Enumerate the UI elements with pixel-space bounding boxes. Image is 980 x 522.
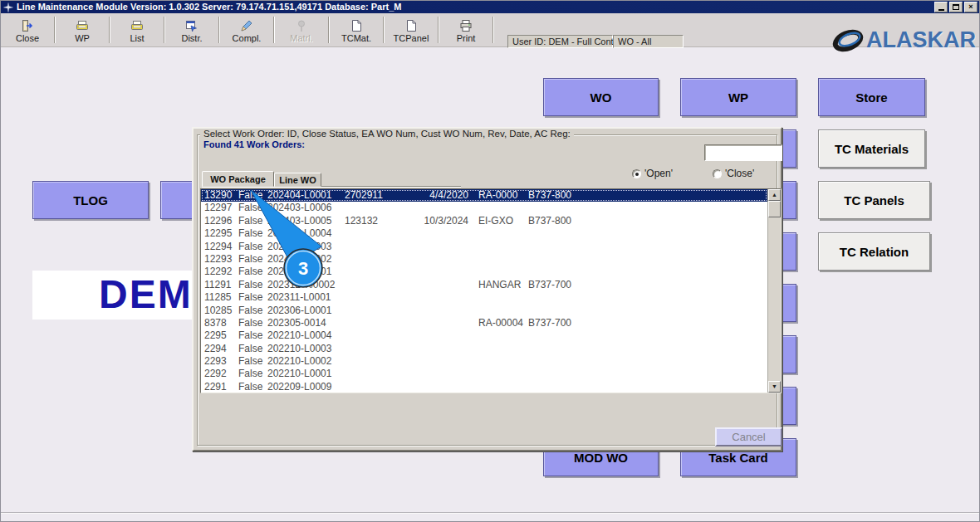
wo-cell-close_status: False xyxy=(238,227,262,240)
wo-cell-ea_wo_num: 202312-%0002 xyxy=(267,279,335,291)
radio-close[interactable]: 'Close' xyxy=(713,168,754,179)
wo-cell-id: 2294 xyxy=(204,343,227,355)
toolbar-button-tcpanel[interactable]: TCPanel xyxy=(385,13,438,46)
wo-cell-ac_type: B737-800 xyxy=(528,215,571,227)
wo-cell-id: 2293 xyxy=(204,355,227,368)
wo-row[interactable]: 2292False202210-L0001 xyxy=(201,368,767,380)
wo-row[interactable]: 12294False202403-L0003 xyxy=(201,241,767,253)
toolbar-button-print[interactable]: Print xyxy=(439,13,492,46)
wo-cell-ac_reg: RA-00004 xyxy=(478,317,523,329)
radio-close-label: 'Close' xyxy=(725,168,754,179)
tlog-button[interactable]: TLOG xyxy=(32,181,149,219)
wo-row[interactable]: 2293False202210-L0002 xyxy=(201,355,767,368)
wo-cell-id: 12297 xyxy=(204,202,232,214)
toolbar-buttons: CloseWPListDistr.Compl.Matrl.TCMat.TCPan… xyxy=(1,13,494,46)
toolbar-separator xyxy=(492,17,494,43)
toolbar: CloseWPListDistr.Compl.Matrl.TCMat.TCPan… xyxy=(1,13,979,47)
wo-row[interactable]: 12297False202403-L0006 xyxy=(201,202,767,214)
toolbar-button-label: TCPanel xyxy=(394,33,429,43)
tc-materials-button[interactable]: TC Materials xyxy=(818,129,925,168)
tab-line-wo[interactable]: Line WO xyxy=(274,173,321,187)
wo-cell-id: 12295 xyxy=(204,227,232,240)
window-controls: × xyxy=(934,2,978,12)
radio-open-dot xyxy=(632,169,641,178)
scroll-down-button[interactable]: ▼ xyxy=(768,381,781,393)
wo-cell-close_status: False xyxy=(238,215,262,227)
vertical-scrollbar[interactable]: ▲ ▼ xyxy=(767,189,781,393)
wo-cell-ea_wo_num: 202404-L0001 xyxy=(267,189,331,202)
wo-cell-close_status: False xyxy=(238,329,262,342)
wo-cell-ea_wo_num: 202403-L0003 xyxy=(267,241,331,253)
wo-cell-ea_wo_num: 202306-L0001 xyxy=(267,305,331,317)
store-button[interactable]: Store xyxy=(818,78,925,116)
wo-cell-ac_reg: HANGAR xyxy=(478,279,521,291)
wo-row[interactable]: 2294False202210-L0003 xyxy=(201,343,767,355)
main-area: WO WP Store TC Materials TLOG TC Panels … xyxy=(1,47,980,522)
toolbar-button-label: Distr. xyxy=(181,33,202,43)
wo-cell-id: 11285 xyxy=(204,291,231,304)
found-count-label: Found 41 Work Orders: xyxy=(203,139,305,149)
wo-cell-close_status: False xyxy=(238,291,262,304)
wp-button[interactable]: WP xyxy=(680,78,796,116)
printer-icon xyxy=(459,19,473,32)
wo-cell-id: 11291 xyxy=(204,279,231,291)
document-icon xyxy=(350,19,363,32)
radio-open[interactable]: 'Open' xyxy=(632,168,673,179)
wo-cell-id: 2291 xyxy=(204,381,227,393)
wo-cell-date: 4/4/2020 xyxy=(399,189,468,202)
tab-wo-package[interactable]: WO Package xyxy=(202,171,274,187)
close-window-button[interactable]: × xyxy=(964,2,978,12)
wo-cell-ea_wo_num: 202403-L0001 xyxy=(267,266,331,278)
wo-cell-ea_wo_num: 202210-L0002 xyxy=(267,355,331,368)
wo-row[interactable]: 12292False202403-L0001 xyxy=(201,266,767,278)
list-device-icon xyxy=(130,19,144,32)
wo-cell-ac_type: B737-700 xyxy=(528,317,571,329)
wo-cell-ea_wo_num: 202403-L0006 xyxy=(267,202,331,214)
wo-cell-id: 12296 xyxy=(204,215,232,227)
wo-row[interactable]: 11291False202312-%0002HANGARB737-700 xyxy=(201,279,767,291)
wo-row[interactable]: 10285False202306-L0001 xyxy=(201,305,767,317)
wo-cell-ea_wo_num: 202305-0014 xyxy=(267,317,326,329)
scroll-up-button[interactable]: ▲ xyxy=(768,189,781,201)
search-input[interactable] xyxy=(704,144,782,161)
wo-cell-ea_wo_num: 202210-L0003 xyxy=(267,343,331,355)
wo-row[interactable]: 2291False202209-L0009 xyxy=(201,381,767,393)
toolbar-button-compl[interactable]: Compl. xyxy=(220,13,273,46)
toolbar-button-tcmat[interactable]: TCMat. xyxy=(330,13,383,46)
bottom-divider xyxy=(1,512,980,514)
wo-row[interactable]: 12293False202403-L0002 xyxy=(201,253,767,266)
wo-cell-id: 2295 xyxy=(204,329,227,342)
restore-button[interactable] xyxy=(949,2,963,12)
wo-row[interactable]: 13290False202404-L000127029114/4/2020RA-… xyxy=(201,189,767,202)
tc-panels-button[interactable]: TC Panels xyxy=(818,181,930,219)
wo-cell-close_status: False xyxy=(238,355,262,368)
toolbar-button-label: Print xyxy=(457,33,476,43)
toolbar-button-distr[interactable]: Distr. xyxy=(165,13,218,46)
exit-door-icon xyxy=(21,19,34,32)
radio-open-label: 'Open' xyxy=(644,168,673,179)
wo-row[interactable]: 2295False202210-L0004 xyxy=(201,329,767,342)
wo-cell-ea_wo_num: 202210-L0001 xyxy=(267,368,331,380)
toolbar-button-wp[interactable]: WP xyxy=(56,13,109,46)
wo-cell-id: 12293 xyxy=(204,253,232,266)
app-window: Line Maintenance Module Version: 1.0.302… xyxy=(0,0,980,522)
select-work-order-dialog: Select Work Order: ID, Close Status, EA … xyxy=(192,127,782,451)
wo-button[interactable]: WO xyxy=(543,78,659,116)
toolbar-button-list[interactable]: List xyxy=(110,13,164,46)
scroll-thumb[interactable] xyxy=(768,201,781,217)
wo-row[interactable]: 8378False202305-0014RA-00004B737-700 xyxy=(201,317,767,329)
wo-cell-cust_wo_num: 123132 xyxy=(345,215,378,227)
tc-relation-button[interactable]: TC Relation xyxy=(818,232,930,271)
minimize-button[interactable] xyxy=(934,2,948,12)
wo-row[interactable]: 12295False202403-L0004 xyxy=(201,227,767,240)
wo-row[interactable]: 11285False202311-L0001 xyxy=(201,291,767,304)
title-bar: Line Maintenance Module Version: 1.0.302… xyxy=(1,1,979,13)
wo-cell-close_status: False xyxy=(238,305,262,317)
wp-device-icon xyxy=(76,19,89,32)
wo-row[interactable]: 12296False202403-L000512313210/3/2024EI-… xyxy=(201,215,767,227)
distribute-window-icon xyxy=(185,19,198,32)
toolbar-button-close[interactable]: Close xyxy=(1,13,54,46)
wo-cell-id: 13290 xyxy=(204,189,232,202)
cancel-button[interactable]: Cancel xyxy=(715,427,782,446)
toolbar-button-label: Matrl. xyxy=(290,33,313,43)
